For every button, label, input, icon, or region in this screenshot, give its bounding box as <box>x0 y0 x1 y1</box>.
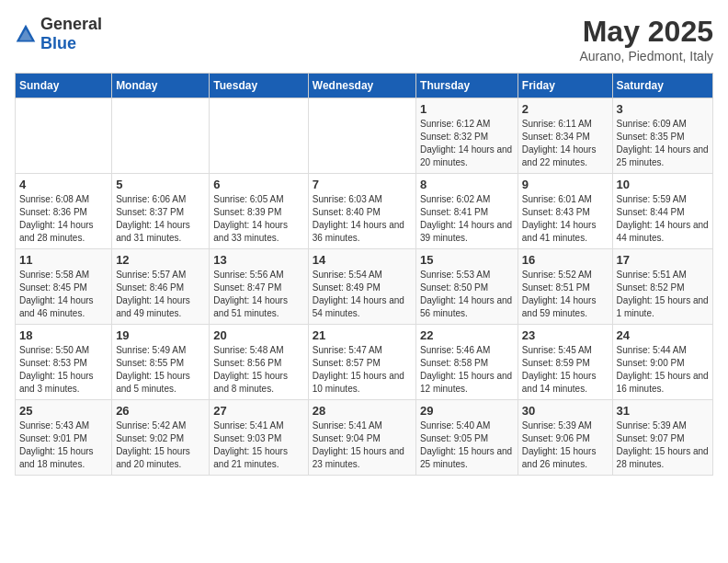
day-info: Sunrise: 5:47 AM Sunset: 8:57 PM Dayligh… <box>313 344 412 396</box>
day-info: Sunrise: 5:45 AM Sunset: 8:59 PM Dayligh… <box>522 344 609 396</box>
weekday-header-thursday: Thursday <box>416 74 518 98</box>
calendar-cell: 9Sunrise: 6:01 AM Sunset: 8:43 PM Daylig… <box>518 174 612 249</box>
day-info: Sunrise: 5:43 AM Sunset: 9:01 PM Dayligh… <box>19 419 108 471</box>
day-info: Sunrise: 5:49 AM Sunset: 8:55 PM Dayligh… <box>116 344 205 396</box>
calendar-cell: 4Sunrise: 6:08 AM Sunset: 8:36 PM Daylig… <box>16 174 112 249</box>
calendar-cell: 16Sunrise: 5:52 AM Sunset: 8:51 PM Dayli… <box>518 249 612 325</box>
day-number: 25 <box>19 404 108 418</box>
calendar-cell: 10Sunrise: 5:59 AM Sunset: 8:44 PM Dayli… <box>612 174 712 249</box>
calendar-cell <box>16 98 112 174</box>
day-info: Sunrise: 6:03 AM Sunset: 8:40 PM Dayligh… <box>313 193 412 245</box>
calendar-cell: 26Sunrise: 5:42 AM Sunset: 9:02 PM Dayli… <box>112 400 210 476</box>
day-number: 11 <box>19 253 108 267</box>
day-info: Sunrise: 5:53 AM Sunset: 8:50 PM Dayligh… <box>420 269 514 320</box>
page-header: General Blue May 2025 Aurano, Piedmont, … <box>15 15 713 63</box>
week-row-1: 1Sunrise: 6:12 AM Sunset: 8:32 PM Daylig… <box>16 98 713 174</box>
day-number: 4 <box>19 178 108 191</box>
day-number: 17 <box>617 253 709 267</box>
day-info: Sunrise: 5:52 AM Sunset: 8:51 PM Dayligh… <box>522 269 609 320</box>
week-row-4: 18Sunrise: 5:50 AM Sunset: 8:53 PM Dayli… <box>16 325 713 400</box>
calendar-cell <box>210 98 308 174</box>
calendar-cell: 1Sunrise: 6:12 AM Sunset: 8:32 PM Daylig… <box>416 98 518 174</box>
day-number: 13 <box>213 253 303 267</box>
day-info: Sunrise: 5:56 AM Sunset: 8:47 PM Dayligh… <box>213 269 303 320</box>
day-info: Sunrise: 5:59 AM Sunset: 8:44 PM Dayligh… <box>617 193 709 245</box>
calendar-cell: 6Sunrise: 6:05 AM Sunset: 8:39 PM Daylig… <box>210 174 308 249</box>
day-number: 15 <box>420 253 514 267</box>
day-number: 8 <box>420 178 514 191</box>
day-number: 18 <box>19 328 108 342</box>
logo: General Blue <box>15 15 102 53</box>
calendar-cell: 23Sunrise: 5:45 AM Sunset: 8:59 PM Dayli… <box>518 325 612 400</box>
day-number: 2 <box>522 102 609 116</box>
day-info: Sunrise: 6:06 AM Sunset: 8:37 PM Dayligh… <box>116 193 205 245</box>
calendar-cell <box>308 98 415 174</box>
day-number: 12 <box>116 253 205 267</box>
day-info: Sunrise: 5:46 AM Sunset: 8:58 PM Dayligh… <box>420 344 514 396</box>
day-info: Sunrise: 6:08 AM Sunset: 8:36 PM Dayligh… <box>19 193 108 245</box>
day-number: 21 <box>313 328 412 342</box>
day-number: 23 <box>522 328 609 342</box>
day-number: 30 <box>522 404 609 418</box>
weekday-header-friday: Friday <box>518 74 612 98</box>
day-number: 16 <box>522 253 609 267</box>
day-number: 7 <box>313 178 412 191</box>
calendar-cell: 31Sunrise: 5:39 AM Sunset: 9:07 PM Dayli… <box>612 400 712 476</box>
day-number: 10 <box>617 178 709 191</box>
calendar-cell: 3Sunrise: 6:09 AM Sunset: 8:35 PM Daylig… <box>612 98 712 174</box>
day-number: 24 <box>617 328 709 342</box>
weekday-header-saturday: Saturday <box>612 74 712 98</box>
calendar-table: SundayMondayTuesdayWednesdayThursdayFrid… <box>15 73 713 476</box>
week-row-3: 11Sunrise: 5:58 AM Sunset: 8:45 PM Dayli… <box>16 249 713 325</box>
calendar-cell: 17Sunrise: 5:51 AM Sunset: 8:52 PM Dayli… <box>612 249 712 325</box>
day-number: 27 <box>213 404 303 418</box>
day-number: 22 <box>420 328 514 342</box>
day-info: Sunrise: 6:11 AM Sunset: 8:34 PM Dayligh… <box>522 118 609 169</box>
weekday-header-wednesday: Wednesday <box>308 74 415 98</box>
day-number: 14 <box>313 253 412 267</box>
weekday-header-tuesday: Tuesday <box>210 74 308 98</box>
subtitle: Aurano, Piedmont, Italy <box>579 49 713 63</box>
calendar-cell: 14Sunrise: 5:54 AM Sunset: 8:49 PM Dayli… <box>308 249 415 325</box>
calendar-cell: 7Sunrise: 6:03 AM Sunset: 8:40 PM Daylig… <box>308 174 415 249</box>
weekday-header-sunday: Sunday <box>16 74 112 98</box>
day-info: Sunrise: 5:39 AM Sunset: 9:07 PM Dayligh… <box>617 419 709 471</box>
day-number: 28 <box>313 404 412 418</box>
calendar-cell: 20Sunrise: 5:48 AM Sunset: 8:56 PM Dayli… <box>210 325 308 400</box>
calendar-cell: 12Sunrise: 5:57 AM Sunset: 8:46 PM Dayli… <box>112 249 210 325</box>
day-info: Sunrise: 5:48 AM Sunset: 8:56 PM Dayligh… <box>213 344 303 396</box>
day-number: 29 <box>420 404 514 418</box>
day-info: Sunrise: 6:09 AM Sunset: 8:35 PM Dayligh… <box>617 118 709 169</box>
day-number: 5 <box>116 178 205 191</box>
calendar-cell: 8Sunrise: 6:02 AM Sunset: 8:41 PM Daylig… <box>416 174 518 249</box>
day-info: Sunrise: 5:40 AM Sunset: 9:05 PM Dayligh… <box>420 419 514 471</box>
day-info: Sunrise: 5:58 AM Sunset: 8:45 PM Dayligh… <box>19 269 108 320</box>
day-info: Sunrise: 5:50 AM Sunset: 8:53 PM Dayligh… <box>19 344 108 396</box>
week-row-2: 4Sunrise: 6:08 AM Sunset: 8:36 PM Daylig… <box>16 174 713 249</box>
calendar-cell: 30Sunrise: 5:39 AM Sunset: 9:06 PM Dayli… <box>518 400 612 476</box>
calendar-cell: 27Sunrise: 5:41 AM Sunset: 9:03 PM Dayli… <box>210 400 308 476</box>
calendar-cell: 28Sunrise: 5:41 AM Sunset: 9:04 PM Dayli… <box>308 400 415 476</box>
calendar-cell <box>112 98 210 174</box>
day-info: Sunrise: 6:01 AM Sunset: 8:43 PM Dayligh… <box>522 193 609 245</box>
day-number: 26 <box>116 404 205 418</box>
calendar-cell: 24Sunrise: 5:44 AM Sunset: 9:00 PM Dayli… <box>612 325 712 400</box>
day-info: Sunrise: 5:57 AM Sunset: 8:46 PM Dayligh… <box>116 269 205 320</box>
day-number: 19 <box>116 328 205 342</box>
calendar-cell: 18Sunrise: 5:50 AM Sunset: 8:53 PM Dayli… <box>16 325 112 400</box>
day-number: 9 <box>522 178 609 191</box>
calendar-cell: 29Sunrise: 5:40 AM Sunset: 9:05 PM Dayli… <box>416 400 518 476</box>
day-number: 6 <box>213 178 303 191</box>
day-number: 1 <box>420 102 514 116</box>
main-title: May 2025 <box>579 15 713 49</box>
calendar-cell: 25Sunrise: 5:43 AM Sunset: 9:01 PM Dayli… <box>16 400 112 476</box>
calendar-cell: 15Sunrise: 5:53 AM Sunset: 8:50 PM Dayli… <box>416 249 518 325</box>
day-number: 3 <box>617 102 709 116</box>
day-info: Sunrise: 6:05 AM Sunset: 8:39 PM Dayligh… <box>213 193 303 245</box>
calendar-cell: 22Sunrise: 5:46 AM Sunset: 8:58 PM Dayli… <box>416 325 518 400</box>
week-row-5: 25Sunrise: 5:43 AM Sunset: 9:01 PM Dayli… <box>16 400 713 476</box>
calendar-cell: 13Sunrise: 5:56 AM Sunset: 8:47 PM Dayli… <box>210 249 308 325</box>
calendar-cell: 5Sunrise: 6:06 AM Sunset: 8:37 PM Daylig… <box>112 174 210 249</box>
calendar-cell: 2Sunrise: 6:11 AM Sunset: 8:34 PM Daylig… <box>518 98 612 174</box>
logo-blue: Blue <box>40 34 76 52</box>
